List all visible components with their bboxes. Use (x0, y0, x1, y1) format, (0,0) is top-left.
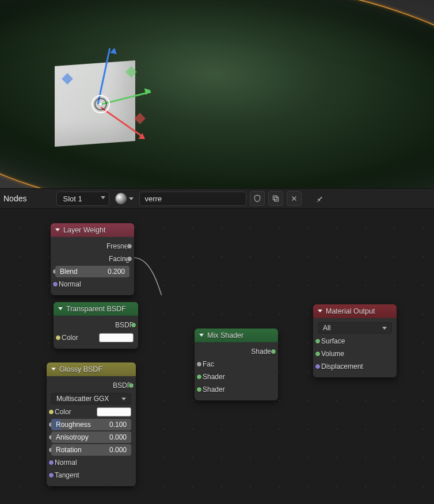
node-title: Material Output (326, 307, 375, 315)
socket-in-tangent[interactable] (48, 472, 54, 478)
rotation-label: Rotation (56, 446, 82, 454)
input-color: Color (55, 408, 92, 416)
socket-out-bsdf[interactable] (128, 383, 134, 388)
gizmo-center[interactable] (92, 95, 110, 113)
roughness-label: Roughness (56, 421, 91, 429)
node-header[interactable]: Material Output (313, 304, 397, 318)
blend-label: Blend (60, 268, 78, 276)
roughness-value: 0.100 (109, 421, 127, 429)
socket-in-color[interactable] (48, 409, 54, 415)
chevron-down-icon (121, 398, 126, 400)
input-normal: Normal (59, 280, 81, 288)
editor-type-label: Nodes (3, 194, 26, 203)
target-dropdown[interactable]: All (318, 322, 392, 334)
node-editor-area[interactable]: Layer Weight Fresnel Facing Blend 0.200 … (0, 209, 434, 504)
node-title: Transparent BSDF (66, 305, 126, 313)
socket-in-displacement[interactable] (315, 364, 321, 369)
material-name-field[interactable] (139, 192, 246, 206)
copy-icon (272, 194, 280, 203)
socket-out-shader[interactable] (271, 349, 276, 354)
blend-slider[interactable]: Blend 0.200 (55, 266, 130, 277)
socket-out-facing[interactable] (127, 256, 132, 262)
node-transparent-bsdf[interactable]: Transparent BSDF BSDF Color (54, 302, 138, 349)
gizmo-arrow-z (110, 47, 118, 54)
input-shader-2: Shader (203, 385, 225, 394)
target-label: All (323, 324, 330, 332)
output-fresnel: Fresnel (106, 242, 130, 250)
chevron-down-icon (101, 196, 105, 199)
chevron-down-icon (382, 327, 387, 330)
fake-user-button[interactable] (250, 191, 265, 206)
color-swatch[interactable] (97, 407, 131, 417)
svg-rect-0 (275, 197, 279, 201)
rotation-slider[interactable]: Rotation 0.000 (51, 444, 131, 456)
distribution-label: Multiscatter GGX (56, 395, 109, 403)
material-preview-button[interactable] (113, 192, 136, 205)
input-shader-1: Shader (203, 373, 225, 381)
pin-button[interactable] (312, 191, 327, 206)
viewport-3d[interactable] (0, 0, 434, 188)
input-surface: Surface (321, 337, 345, 345)
close-icon (291, 195, 298, 202)
anisotropy-slider[interactable]: Anisotropy 0.000 (51, 432, 131, 443)
chevron-down-icon (129, 197, 134, 200)
node-header[interactable]: Glossy BSDF (47, 362, 136, 376)
slot-dropdown[interactable]: Slot 1 (56, 192, 109, 206)
socket-in-color[interactable] (55, 335, 61, 341)
socket-out-fresnel[interactable] (127, 243, 132, 249)
node-header[interactable]: Transparent BSDF (54, 302, 138, 316)
shield-icon (253, 194, 261, 203)
color-swatch[interactable] (99, 333, 134, 342)
socket-in-normal[interactable] (48, 460, 54, 465)
node-title: Glossy BSDF (59, 365, 102, 373)
rotation-value: 0.000 (109, 446, 127, 454)
svg-rect-1 (273, 196, 277, 200)
input-tangent: Tangent (55, 471, 79, 479)
blend-value: 0.200 (108, 268, 125, 276)
node-header[interactable]: Mix Shader (195, 329, 278, 342)
node-mix-shader[interactable]: Mix Shader Shader Fac Shader Shader (195, 329, 278, 400)
collapse-icon[interactable] (51, 368, 56, 371)
roughness-slider[interactable]: Roughness 0.100 (51, 419, 131, 430)
input-volume: Volume (321, 350, 344, 358)
socket-in-surface[interactable] (315, 338, 321, 344)
collapse-icon[interactable] (318, 310, 322, 312)
distribution-dropdown[interactable]: Multiscatter GGX (51, 393, 131, 404)
input-normal: Normal (55, 459, 77, 467)
input-color: Color (62, 334, 94, 342)
input-displacement: Displacement (321, 362, 363, 371)
material-sphere-icon (115, 193, 127, 204)
pin-icon (315, 194, 323, 203)
node-glossy-bsdf[interactable]: Glossy BSDF BSDF Multiscatter GGX Color … (47, 362, 136, 486)
node-header[interactable]: Layer Weight (51, 223, 134, 237)
socket-in-normal[interactable] (52, 281, 58, 287)
collapse-icon[interactable] (55, 228, 60, 231)
socket-in-shader-1[interactable] (196, 374, 202, 380)
node-editor-toolbar: Nodes Slot 1 (0, 188, 434, 209)
unlink-material-button[interactable] (287, 191, 302, 206)
node-layer-weight[interactable]: Layer Weight Fresnel Facing Blend 0.200 … (51, 223, 134, 295)
input-fac: Fac (203, 360, 214, 368)
anisotropy-label: Anisotropy (56, 433, 89, 441)
node-title: Layer Weight (63, 226, 105, 234)
node-title: Mix Shader (207, 331, 243, 339)
socket-in-fac[interactable] (196, 361, 202, 367)
slot-dropdown-label: Slot 1 (63, 194, 82, 203)
node-material-output[interactable]: Material Output All Surface Volume Displ… (313, 304, 397, 377)
socket-in-shader-2[interactable] (196, 387, 202, 392)
anisotropy-value: 0.000 (109, 433, 127, 441)
collapse-icon[interactable] (58, 307, 63, 310)
duplicate-material-button[interactable] (268, 191, 283, 206)
socket-out-bsdf[interactable] (131, 322, 136, 328)
collapse-icon[interactable] (199, 334, 204, 337)
socket-in-volume[interactable] (315, 351, 321, 357)
